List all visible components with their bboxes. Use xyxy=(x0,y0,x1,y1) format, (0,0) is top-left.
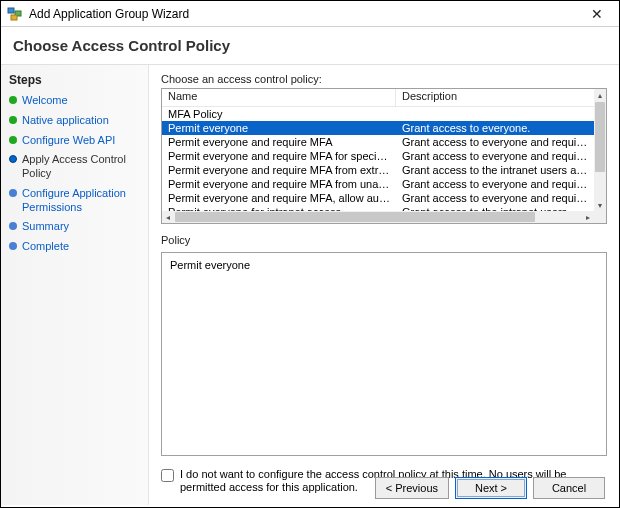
step-bullet-icon xyxy=(9,116,17,124)
policy-row[interactable]: Permit everyone and require MFA, allow a… xyxy=(162,191,594,205)
page-heading: Choose Access Control Policy xyxy=(1,27,619,64)
policy-row[interactable]: Permit everyone and require MFAGrant acc… xyxy=(162,135,594,149)
scroll-right-icon[interactable]: ▸ xyxy=(582,211,594,223)
step-label: Welcome xyxy=(22,94,68,108)
policy-row[interactable]: MFA Policy xyxy=(162,107,594,121)
policy-name: Permit everyone and require MFA for spec… xyxy=(162,149,396,163)
step-item[interactable]: Summary xyxy=(9,217,148,237)
policy-name: Permit everyone and require MFA from una… xyxy=(162,177,396,191)
policy-row[interactable]: Permit everyoneGrant access to everyone. xyxy=(162,121,594,135)
steps-sidebar: Steps WelcomeNative applicationConfigure… xyxy=(1,65,149,505)
scroll-up-icon[interactable]: ▴ xyxy=(594,89,606,101)
policy-description: Grant access to everyone and require MFA… xyxy=(396,149,594,163)
step-bullet-icon xyxy=(9,96,17,104)
cancel-button[interactable]: Cancel xyxy=(533,477,605,499)
next-button[interactable]: Next > xyxy=(455,477,527,499)
close-icon[interactable]: ✕ xyxy=(581,2,613,26)
step-label: Configure Application Permissions xyxy=(22,187,144,215)
step-bullet-icon xyxy=(9,155,17,163)
policy-list-label: Choose an access control policy: xyxy=(161,73,607,85)
scroll-track[interactable] xyxy=(594,173,606,199)
steps-title: Steps xyxy=(9,71,148,91)
step-label: Configure Web API xyxy=(22,134,115,148)
policy-name: Permit everyone and require MFA, allow a… xyxy=(162,191,396,205)
window-title: Add Application Group Wizard xyxy=(29,7,581,21)
step-item[interactable]: Welcome xyxy=(9,91,148,111)
step-item[interactable]: Configure Web API xyxy=(9,131,148,151)
policy-description: Grant access to everyone and require MFA… xyxy=(396,177,594,191)
vertical-scrollbar[interactable]: ▴ ▾ xyxy=(594,89,606,211)
scroll-down-icon[interactable]: ▾ xyxy=(594,199,606,211)
policy-description: Grant access to everyone and require MFA… xyxy=(396,135,594,149)
step-bullet-icon xyxy=(9,136,17,144)
policy-description: Grant access to everyone and require MFA… xyxy=(396,191,594,205)
opt-out-checkbox[interactable] xyxy=(161,469,174,482)
policy-description xyxy=(396,107,594,121)
step-label: Apply Access Control Policy xyxy=(22,153,144,181)
step-item[interactable]: Apply Access Control Policy xyxy=(9,150,148,184)
wizard-buttons: < Previous Next > Cancel xyxy=(375,477,605,499)
step-item[interactable]: Complete xyxy=(9,237,148,257)
step-item[interactable]: Configure Application Permissions xyxy=(9,184,148,218)
policy-row[interactable]: Permit everyone and require MFA from una… xyxy=(162,177,594,191)
policy-description: Grant access to everyone. xyxy=(396,121,594,135)
step-bullet-icon xyxy=(9,189,17,197)
policy-name: MFA Policy xyxy=(162,107,396,121)
horizontal-scrollbar[interactable]: ◂ ▸ xyxy=(162,211,594,223)
main-panel: Choose an access control policy: Name De… xyxy=(149,65,619,505)
scroll-track-h[interactable] xyxy=(536,211,582,223)
column-description[interactable]: Description xyxy=(396,89,594,106)
column-name[interactable]: Name xyxy=(162,89,396,106)
policy-description: Grant access to the intranet users and r… xyxy=(396,163,594,177)
policy-name: Permit everyone xyxy=(162,121,396,135)
titlebar: Add Application Group Wizard ✕ xyxy=(1,1,619,27)
step-bullet-icon xyxy=(9,242,17,250)
policy-label: Policy xyxy=(161,234,607,246)
step-label: Complete xyxy=(22,240,69,254)
scroll-left-icon[interactable]: ◂ xyxy=(162,211,174,223)
step-label: Native application xyxy=(22,114,109,128)
step-bullet-icon xyxy=(9,222,17,230)
policy-name: Permit everyone and require MFA xyxy=(162,135,396,149)
scroll-thumb[interactable] xyxy=(595,102,605,172)
policy-name: Permit everyone and require MFA from ext… xyxy=(162,163,396,177)
svg-rect-0 xyxy=(8,8,14,13)
step-item[interactable]: Native application xyxy=(9,111,148,131)
scroll-thumb-h[interactable] xyxy=(175,212,535,222)
svg-rect-2 xyxy=(11,15,17,20)
policy-preview: Permit everyone xyxy=(161,252,607,456)
listbox-header[interactable]: Name Description xyxy=(162,89,594,107)
policy-row[interactable]: Permit everyone and require MFA for spec… xyxy=(162,149,594,163)
app-icon xyxy=(7,6,23,22)
scroll-corner xyxy=(594,211,606,223)
step-label: Summary xyxy=(22,220,69,234)
previous-button[interactable]: < Previous xyxy=(375,477,449,499)
policy-listbox[interactable]: Name Description MFA PolicyPermit everyo… xyxy=(161,88,607,224)
policy-row[interactable]: Permit everyone and require MFA from ext… xyxy=(162,163,594,177)
